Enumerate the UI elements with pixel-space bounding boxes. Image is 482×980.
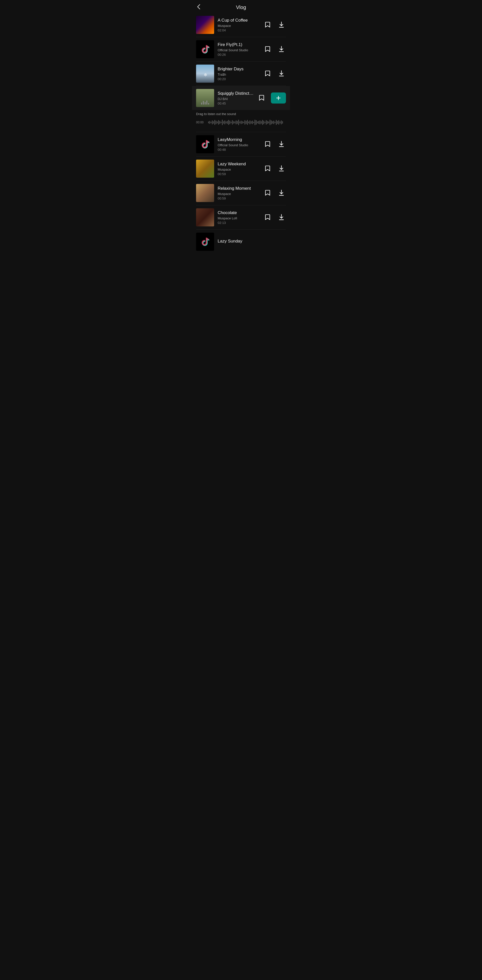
waveform-bar — [276, 120, 277, 125]
waveform-time: 00:00 — [196, 121, 206, 124]
waveform-bar — [246, 121, 247, 124]
bookmark-button[interactable] — [257, 94, 266, 103]
waveform-bar — [277, 121, 278, 124]
track-item: LasyMorning Official Sound Studio 00:48 — [192, 132, 290, 156]
waveform-bar — [248, 121, 249, 123]
waveform-bar — [213, 121, 214, 124]
download-button[interactable] — [277, 188, 286, 198]
waveform-bar — [249, 120, 250, 124]
download-button[interactable] — [277, 140, 286, 149]
download-button[interactable] — [277, 20, 286, 30]
waveform-bar — [266, 120, 266, 125]
waveform-bar — [221, 122, 221, 123]
bookmark-button[interactable] — [263, 21, 272, 30]
track-thumbnail — [196, 135, 214, 153]
waveform-bar — [261, 121, 262, 124]
track-info: Lazy Weekend Muspace 00:59 — [218, 162, 260, 176]
bookmark-button[interactable] — [263, 188, 272, 198]
bookmark-button[interactable] — [263, 164, 272, 173]
waveform-bar — [232, 120, 233, 125]
track-duration: 02:04 — [218, 29, 260, 32]
waveform-container[interactable]: 00:00 — [196, 118, 286, 127]
download-button[interactable] — [277, 213, 286, 223]
track-artist: DJ BAI — [218, 97, 254, 101]
bookmark-button[interactable] — [263, 45, 272, 54]
track-name: Chocolate — [218, 210, 260, 215]
track-item: Lazy Sunday — [192, 230, 290, 252]
waveform-bar — [257, 121, 258, 123]
track-info: Brighter Days Tra$h 00:20 — [218, 67, 260, 81]
track-info: LasyMorning Official Sound Studio 00:48 — [218, 137, 260, 151]
download-button[interactable] — [277, 69, 286, 79]
track-thumbnail: ❄ — [196, 65, 214, 83]
track-duration: 00:45 — [218, 102, 254, 105]
track-name: Lazy Weekend — [218, 162, 260, 167]
waveform-bar — [270, 119, 270, 125]
bookmark-button[interactable] — [263, 140, 272, 149]
track-info: Lazy Sunday — [218, 239, 286, 245]
add-button[interactable] — [271, 92, 286, 103]
waveform-bar — [272, 121, 273, 124]
waveform-bar — [243, 122, 244, 123]
track-name: Relaxing Moment — [218, 186, 260, 191]
track-info: A Cup of Coffee Muspace 02:04 — [218, 18, 260, 32]
download-button[interactable] — [277, 164, 286, 173]
bookmark-button[interactable] — [263, 213, 272, 222]
waveform-bar — [239, 121, 240, 123]
bookmark-button[interactable] — [263, 69, 272, 78]
track-info: Squiggly Distinction DJ BAI 00:45 — [218, 91, 254, 105]
track-thumbnail — [196, 16, 214, 34]
tiktok-logo-icon — [200, 44, 211, 55]
track-actions — [263, 45, 286, 54]
track-name: Squiggly Distinction — [218, 91, 254, 96]
waveform-bar — [211, 122, 211, 123]
waveform-bar — [280, 121, 281, 123]
waveform-bar — [217, 121, 218, 123]
track-name: Brighter Days — [218, 67, 260, 72]
track-thumbnail — [196, 184, 214, 202]
download-button[interactable] — [277, 45, 286, 54]
waveform-bar — [209, 121, 210, 124]
track-artist: Tra$h — [218, 73, 260, 76]
track-thumbnail — [196, 89, 214, 107]
track-artist: Official Sound Studio — [218, 48, 260, 52]
track-actions — [263, 140, 286, 149]
track-artist: Muspace — [218, 168, 260, 171]
waveform-bar — [238, 119, 239, 125]
waveform-bar — [274, 122, 275, 123]
waveform-bar — [223, 121, 224, 124]
track-item: Chocolate Muspace Lofi 02:13 — [192, 205, 290, 229]
waveform-label: Drag to listen out the sound — [196, 112, 286, 116]
waveform-bar — [247, 120, 248, 125]
waveform-bar — [278, 120, 279, 125]
waveform-bar — [212, 120, 212, 124]
waveform-bar — [263, 121, 264, 124]
track-thumbnail — [196, 208, 214, 226]
snowflake-icon: ❄ — [204, 72, 208, 78]
waveform-bar — [227, 121, 228, 124]
waveform-bar — [244, 120, 245, 125]
waveform-bar — [242, 121, 243, 124]
track-duration: 00:20 — [218, 77, 260, 81]
waveform-bar — [252, 121, 253, 124]
waveform-bar — [236, 120, 236, 124]
waveform-bar — [241, 121, 241, 124]
waveform-bar — [268, 121, 269, 123]
track-duration: 02:13 — [218, 221, 260, 224]
track-name: A Cup of Coffee — [218, 18, 260, 23]
track-item-active: Squiggly Distinction DJ BAI 00:45 — [192, 86, 290, 110]
tiktok-logo-icon — [200, 139, 211, 150]
waveform-bar — [228, 120, 229, 125]
waveform-bars[interactable] — [208, 118, 286, 127]
waveform-bar — [251, 121, 252, 124]
waveform-bar — [216, 121, 216, 124]
track-item: Relaxing Moment Muspace 00:59 — [192, 181, 290, 205]
waveform-bar — [218, 120, 219, 125]
track-item: Lazy Weekend Muspace 00:59 — [192, 156, 290, 181]
back-button[interactable] — [197, 4, 200, 11]
waveform-bar — [281, 120, 282, 124]
track-actions — [263, 164, 286, 173]
track-list: A Cup of Coffee Muspace 02:04 — [192, 13, 290, 257]
track-duration: 00:59 — [218, 172, 260, 176]
waveform-bar — [237, 121, 238, 124]
